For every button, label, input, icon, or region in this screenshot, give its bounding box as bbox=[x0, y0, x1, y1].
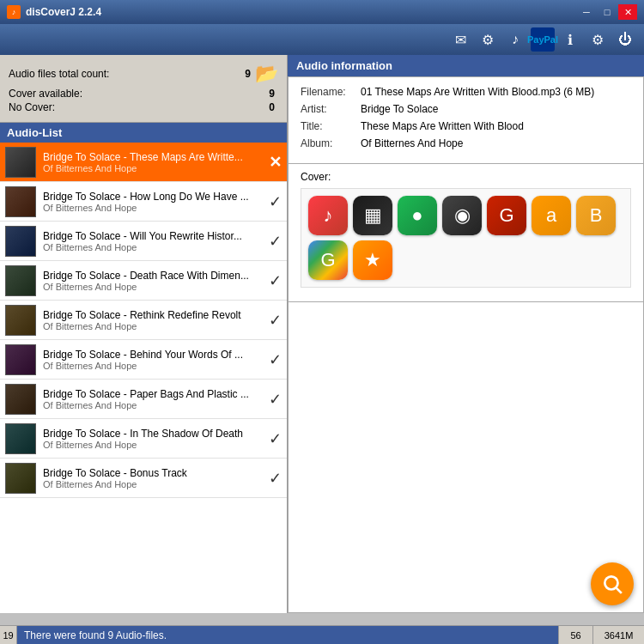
check-icon: ✓ bbox=[269, 192, 282, 211]
minimize-button[interactable]: ─ bbox=[577, 4, 596, 20]
email-icon[interactable]: ✉ bbox=[448, 27, 472, 52]
audio-list-item[interactable]: Bridge To Solace - Behind Your Words Of … bbox=[0, 340, 287, 380]
audio-item-info: Bridge To Solace - Paper Bags And Plasti… bbox=[43, 388, 265, 410]
power-icon[interactable]: ⏻ bbox=[613, 27, 637, 52]
check-icon: ✓ bbox=[269, 350, 282, 369]
audio-item-subtitle: Of Bitternes And Hope bbox=[43, 440, 265, 450]
artist-label: Artist: bbox=[301, 103, 361, 115]
audio-thumbnail bbox=[5, 186, 36, 217]
sticker-icon[interactable]: ★ bbox=[353, 240, 392, 280]
svg-line-1 bbox=[617, 588, 622, 593]
music-icon[interactable]: ♪ bbox=[503, 27, 527, 52]
status-left-num: 19 bbox=[0, 626, 17, 644]
status-right-num2: 3641M bbox=[592, 626, 644, 644]
audio-thumbnail bbox=[5, 265, 36, 296]
amazon-icon[interactable]: a bbox=[532, 196, 571, 235]
titlebar-controls: ─ □ ✕ bbox=[577, 4, 637, 20]
audio-list[interactable]: Bridge To Solace - These Maps Are Writte… bbox=[0, 143, 287, 613]
settings-icon[interactable]: ⚙ bbox=[586, 27, 610, 52]
audio-item-info: Bridge To Solace - Behind Your Words Of … bbox=[43, 349, 265, 371]
titlebar: ♪ disCoverJ 2.2.4 ─ □ ✕ bbox=[0, 0, 644, 24]
audio-list-item[interactable]: Bridge To Solace - These Maps Are Writte… bbox=[0, 143, 287, 182]
filename-label: Filename: bbox=[301, 86, 361, 98]
audio-list-item[interactable]: Bridge To Solace - In The Shadow Of Deat… bbox=[0, 419, 287, 459]
audio-item-title: Bridge To Solace - Behind Your Words Of … bbox=[43, 349, 265, 361]
musicbrainz-icon[interactable]: ▦ bbox=[353, 196, 392, 235]
audio-thumbnail bbox=[5, 226, 36, 257]
title-value: These Maps Are Written With Blood bbox=[361, 120, 524, 132]
maximize-button[interactable]: □ bbox=[598, 4, 617, 20]
audio-item-subtitle: Of Bitternes And Hope bbox=[43, 242, 265, 252]
audio-item-title: Bridge To Solace - These Maps Are Writte… bbox=[43, 151, 269, 163]
audio-item-title: Bridge To Solace - How Long Do We Have .… bbox=[43, 191, 265, 203]
total-count-label: Audio files total count: bbox=[9, 68, 245, 80]
remove-icon[interactable]: ✕ bbox=[269, 153, 282, 172]
tool1-icon[interactable]: ⚙ bbox=[476, 27, 500, 52]
audio-list-item[interactable]: Bridge To Solace - Bonus TrackOf Bittern… bbox=[0, 459, 287, 498]
paypal-icon[interactable]: PayPal bbox=[531, 27, 555, 52]
cover-available-value: 9 bbox=[269, 88, 275, 100]
artist-row: Artist: Bridge To Solace bbox=[301, 103, 631, 115]
audio-item-title: Bridge To Solace - Paper Bags And Plasti… bbox=[43, 388, 265, 400]
audio-item-title: Bridge To Solace - Rethink Redefine Revo… bbox=[43, 309, 265, 321]
audio-item-info: Bridge To Solace - Rethink Redefine Revo… bbox=[43, 309, 265, 331]
cover-label: Cover: bbox=[301, 171, 631, 183]
cover-section: Cover: ♪▦●◉GaBG★ bbox=[288, 164, 644, 302]
cover-available-row: Cover available: 9 bbox=[9, 88, 278, 100]
check-icon: ✓ bbox=[269, 390, 282, 409]
artist-value: Bridge To Solace bbox=[361, 103, 439, 115]
svg-point-0 bbox=[605, 576, 617, 589]
audio-list-item[interactable]: Bridge To Solace - Death Race With Dimen… bbox=[0, 261, 287, 301]
audio-thumbnail bbox=[5, 384, 36, 415]
cover-services: ♪▦●◉GaBG★ bbox=[301, 188, 631, 288]
spotify-icon[interactable]: ● bbox=[398, 196, 437, 235]
audio-list-item[interactable]: Bridge To Solace - Will You Rewrite Hist… bbox=[0, 222, 287, 261]
audio-list-item[interactable]: Bridge To Solace - Rethink Redefine Revo… bbox=[0, 301, 287, 340]
check-icon: ✓ bbox=[269, 232, 282, 251]
bing-icon[interactable]: B bbox=[576, 196, 616, 235]
audio-item-title: Bridge To Solace - In The Shadow Of Deat… bbox=[43, 428, 265, 440]
audio-item-subtitle: Of Bitternes And Hope bbox=[43, 321, 265, 331]
app-title: disCoverJ 2.2.4 bbox=[26, 6, 101, 18]
titlebar-left: ♪ disCoverJ 2.2.4 bbox=[7, 5, 101, 19]
audio-item-info: Bridge To Solace - These Maps Are Writte… bbox=[43, 151, 269, 173]
statusbar: 19 There were found 9 Audio-files. 56 36… bbox=[0, 625, 644, 644]
title-row: Title: These Maps Are Written With Blood bbox=[301, 120, 631, 132]
google-icon[interactable]: G bbox=[308, 240, 348, 280]
title-label: Title: bbox=[301, 120, 361, 132]
audio-item-subtitle: Of Bitternes And Hope bbox=[43, 479, 265, 489]
itunes-icon[interactable]: ♪ bbox=[308, 196, 348, 235]
total-count-value: 9 bbox=[245, 68, 251, 80]
audio-list-item[interactable]: Bridge To Solace - Paper Bags And Plasti… bbox=[0, 380, 287, 419]
stats-panel: Audio files total count: 9 📂 Cover avail… bbox=[0, 55, 287, 123]
audio-item-title: Bridge To Solace - Death Race With Dimen… bbox=[43, 270, 265, 282]
total-count-row: Audio files total count: 9 📂 bbox=[9, 62, 278, 86]
audio-item-subtitle: Of Bitternes And Hope bbox=[43, 361, 265, 371]
audio-list-item[interactable]: Bridge To Solace - How Long Do We Have .… bbox=[0, 182, 287, 222]
cover-display bbox=[288, 302, 644, 613]
audio-item-subtitle: Of Bitternes And Hope bbox=[43, 163, 269, 173]
status-right-num1: 56 bbox=[558, 626, 592, 644]
audio-item-title: Bridge To Solace - Will You Rewrite Hist… bbox=[43, 230, 265, 242]
audio-item-info: Bridge To Solace - Death Race With Dimen… bbox=[43, 270, 265, 292]
audio-item-info: Bridge To Solace - Bonus TrackOf Bittern… bbox=[43, 467, 265, 489]
audio-item-info: Bridge To Solace - How Long Do We Have .… bbox=[43, 191, 265, 213]
check-icon: ✓ bbox=[269, 271, 282, 290]
right-panel: Audio information Filename: 01 These Map… bbox=[288, 55, 644, 613]
audio-info-content: Filename: 01 These Maps Are Written With… bbox=[288, 76, 644, 164]
audio-thumbnail bbox=[5, 147, 36, 178]
no-cover-value: 0 bbox=[269, 101, 275, 113]
status-message: There were found 9 Audio-files. bbox=[17, 626, 558, 644]
close-button[interactable]: ✕ bbox=[618, 4, 637, 20]
main-container: Audio files total count: 9 📂 Cover avail… bbox=[0, 55, 644, 613]
discogs-icon[interactable]: ◉ bbox=[442, 196, 482, 235]
open-folder-button[interactable]: 📂 bbox=[254, 62, 278, 86]
search-fab-button[interactable] bbox=[591, 562, 634, 605]
album-value: Of Bitternes And Hope bbox=[361, 137, 463, 149]
gracenote-icon[interactable]: G bbox=[487, 196, 526, 235]
check-icon: ✓ bbox=[269, 311, 282, 330]
info-icon[interactable]: ℹ bbox=[558, 27, 582, 52]
album-label: Album: bbox=[301, 137, 361, 149]
audio-item-title: Bridge To Solace - Bonus Track bbox=[43, 467, 265, 479]
audio-thumbnail bbox=[5, 344, 36, 375]
